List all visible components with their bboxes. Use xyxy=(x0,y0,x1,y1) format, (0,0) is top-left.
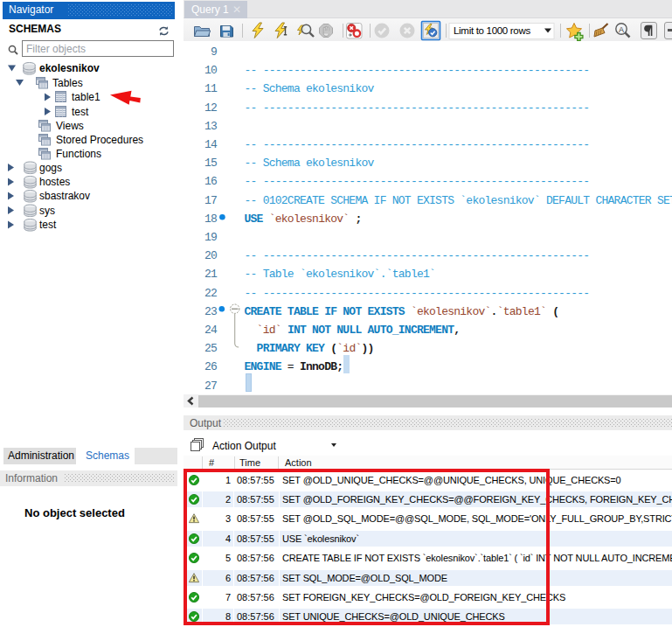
svg-text:A: A xyxy=(619,25,624,34)
svg-text:Limit to 1000 rows: Limit to 1000 rows xyxy=(454,25,530,36)
